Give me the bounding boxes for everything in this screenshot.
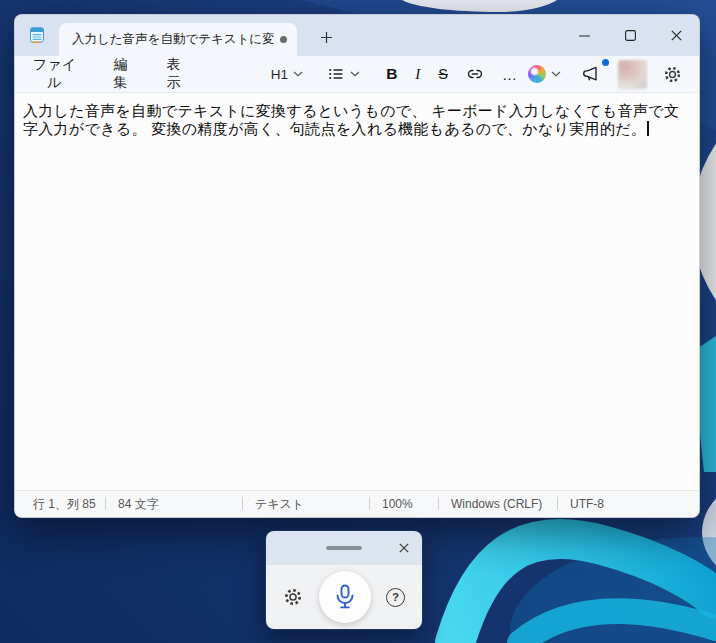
close-icon xyxy=(399,543,409,553)
menu-toolbar: ファイル 編集 表示 H1 B I S xyxy=(15,56,699,93)
status-bar: 行 1、列 85 84 文字 テキスト 100% Windows (CRLF) … xyxy=(15,490,699,517)
list-style-button[interactable] xyxy=(322,61,365,87)
status-document-type: テキスト xyxy=(242,491,369,517)
maximize-button[interactable] xyxy=(607,15,653,56)
microphone-icon xyxy=(334,584,356,610)
text-editor[interactable]: 入力した音声を自動でテキストに変換するというもので、 キーボード入力しなくても音… xyxy=(15,93,699,490)
document-tab[interactable]: 入力した音声を自動でテキストに変換する xyxy=(59,23,297,56)
italic-label: I xyxy=(415,66,420,83)
voice-panel-body: ? xyxy=(266,565,422,629)
window-controls xyxy=(561,15,699,56)
bold-button[interactable]: B xyxy=(381,61,402,87)
chevron-down-icon xyxy=(350,71,360,77)
chevron-down-icon xyxy=(293,71,303,77)
copilot-icon xyxy=(528,65,546,83)
strikethrough-button[interactable]: S xyxy=(433,62,453,86)
menu-file[interactable]: ファイル xyxy=(29,54,80,94)
italic-button[interactable]: I xyxy=(410,62,425,87)
bold-label: B xyxy=(386,65,397,83)
more-label: … xyxy=(502,66,518,83)
megaphone-icon xyxy=(582,64,602,84)
plus-icon xyxy=(320,31,333,44)
help-icon: ? xyxy=(386,588,405,607)
status-character-count: 84 文字 xyxy=(105,491,242,517)
microphone-button[interactable] xyxy=(319,571,371,623)
menu-view[interactable]: 表示 xyxy=(161,54,186,94)
unsaved-indicator-dot xyxy=(280,36,287,43)
voice-panel-titlebar xyxy=(266,531,422,565)
status-cursor-position: 行 1、列 85 xyxy=(15,491,105,517)
gear-icon xyxy=(663,65,682,84)
minimize-icon xyxy=(579,35,590,37)
copilot-button[interactable] xyxy=(523,61,566,87)
status-zoom-level[interactable]: 100% xyxy=(369,491,438,517)
text-line-2: 字入力ができる。 変換の精度が高く、句読点を入れる機能もあるので、かなり実用的だ… xyxy=(23,120,646,137)
minimize-button[interactable] xyxy=(561,15,607,56)
bullet-list-icon xyxy=(327,65,345,83)
settings-button[interactable] xyxy=(658,61,687,88)
gear-icon xyxy=(283,587,303,607)
text-line: 入力した音声を自動でテキストに変換するというもので、 キーボード入力しなくても音… xyxy=(23,102,691,120)
formatting-group: H1 B I S xyxy=(266,61,523,87)
voice-help-button[interactable]: ? xyxy=(384,586,407,609)
text-line-1: 入力した音声を自動でテキストに変換するというもので、 キーボード入力しなくても音… xyxy=(23,102,679,119)
chevron-down-icon xyxy=(551,71,561,77)
voice-settings-button[interactable] xyxy=(281,585,305,609)
toolbar-right-group xyxy=(523,60,687,89)
voice-typing-panel: ? xyxy=(265,530,423,630)
close-icon xyxy=(671,30,682,41)
notepad-window: 入力した音声を自動でテキストに変換する ファイル 編集 表示 xyxy=(14,14,700,518)
status-line-ending: Windows (CRLF) xyxy=(438,491,557,517)
insert-link-button[interactable] xyxy=(461,61,489,87)
tab-title: 入力した音声を自動でテキストに変換する xyxy=(72,31,274,48)
menu-edit[interactable]: 編集 xyxy=(108,54,133,94)
notification-dot xyxy=(602,59,609,66)
close-window-button[interactable] xyxy=(653,15,699,56)
status-encoding: UTF-8 xyxy=(557,491,699,517)
new-tab-button[interactable] xyxy=(311,24,341,50)
heading-style-label: H1 xyxy=(271,67,288,82)
heading-style-button[interactable]: H1 xyxy=(266,63,308,86)
drag-handle[interactable] xyxy=(326,546,362,550)
notepad-app-icon xyxy=(28,26,46,44)
link-icon xyxy=(466,65,484,83)
whats-new-button[interactable] xyxy=(577,60,607,88)
strikethrough-label: S xyxy=(438,66,448,82)
account-avatar[interactable] xyxy=(618,60,647,89)
title-bar: 入力した音声を自動でテキストに変換する xyxy=(15,15,699,56)
maximize-icon xyxy=(625,30,636,41)
voice-panel-close-button[interactable] xyxy=(393,537,415,559)
more-formatting-button[interactable]: … xyxy=(497,62,523,87)
text-caret xyxy=(647,121,649,136)
text-line: 字入力ができる。 変換の精度が高く、句読点を入れる機能もあるので、かなり実用的だ… xyxy=(23,120,691,138)
